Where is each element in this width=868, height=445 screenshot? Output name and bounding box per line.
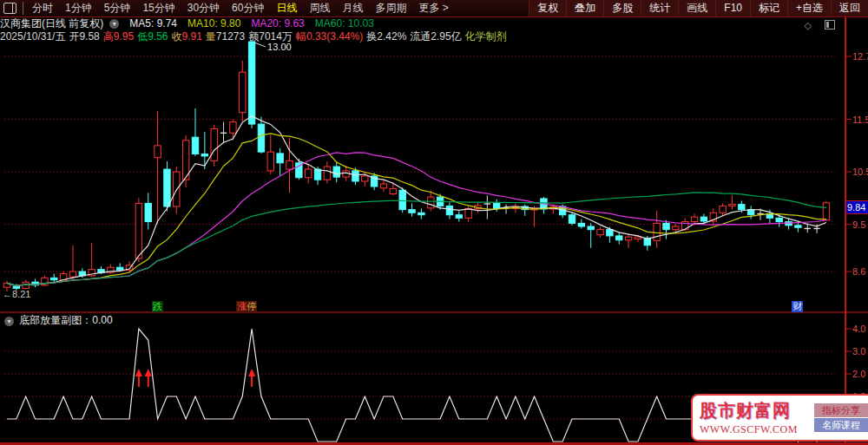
period-menu-item-1分钟[interactable]: 1分钟 [59,0,98,16]
current-price-tag: 9.84 [846,200,868,214]
tool-button-统计[interactable]: 统计 [641,0,678,16]
candle-body [258,124,264,152]
sub-indicator-value: 0.00 [92,314,112,326]
tool-button-返回[interactable]: 返回 [831,0,868,16]
candle-body [578,223,584,226]
tool-button-+自选[interactable]: +自选 [787,0,831,16]
period-menu-item-周线[interactable]: 周线 [303,0,336,16]
period-menu-item-日线[interactable]: 日线 [270,0,303,16]
candle-body [192,137,198,154]
candle-body [51,278,57,279]
tool-button-多股[interactable]: 多股 [603,0,641,16]
sub-axis-label: 2.0 [852,369,865,379]
watermark-title: 股市财富网 [700,399,814,422]
price-axis-border [845,16,846,442]
price-axis-label: 8.6 [852,266,865,277]
period-menu: 分时1分钟5分钟15分钟30分钟60分钟日线周线月线多周期更多 > [26,0,455,16]
candle-body [494,203,500,208]
candle-body [663,223,669,229]
candle-body [720,206,726,213]
watermark-url: WWW.GSCFW.COM [700,423,814,436]
buy-arrow-icon [248,369,255,376]
candle-body [739,205,745,210]
candle-body [418,213,424,214]
tool-buttons: 复权叠加多股统计画线F10标记+自选返回 [529,0,868,16]
period-menu-item-5分钟[interactable]: 5分钟 [98,0,137,16]
candle-body [823,203,829,220]
main-candlestick-chart[interactable]: 12.711.510.59.58.613.00←8.21 [0,35,868,312]
tool-button-F10[interactable]: F10 [715,0,750,16]
candle-body [306,169,312,178]
ma10-line [7,134,826,286]
candle-body [362,176,368,181]
tool-button-复权[interactable]: 复权 [529,0,566,16]
candle-body [343,171,349,177]
candle-body [673,226,679,230]
candle-body [286,160,293,169]
period-menu-item-30分钟[interactable]: 30分钟 [181,0,226,16]
tool-button-叠加[interactable]: 叠加 [566,0,603,16]
chevron-down-icon[interactable]: ▾ [4,317,14,326]
ma-legend: MA10: 9.80 [187,17,240,29]
candle-body [267,152,273,171]
candle-body [277,154,283,163]
ma-legend: MA5: 9.74 [129,17,177,29]
candle-body [607,230,613,236]
candle-body [691,217,697,221]
candle-body [428,197,434,208]
buy-arrow-icon [145,369,152,376]
candle-body [446,206,452,214]
price-axis-label: 10.5 [852,167,868,177]
candle-body [135,203,141,258]
candle-body [399,190,405,209]
period-menu-item-60分钟[interactable]: 60分钟 [226,0,270,16]
toolbar-divider [23,2,23,15]
candle-body [117,267,123,270]
candle-body [324,167,330,180]
period-menu-item-分时[interactable]: 分时 [26,0,59,16]
candle-body [729,205,735,206]
stock-header-row: 汉商集团(日线 前复权)▾MA5: 9.74MA10: 9.80MA20: 9.… [0,17,868,30]
peak-leader-line [254,43,266,47]
period-menu-item-更多 >[interactable]: 更多 > [412,0,454,16]
candle-body [314,169,320,180]
candle-body [240,72,246,113]
candle-body [409,210,415,213]
candle-body [155,146,161,158]
candle-body [625,237,631,240]
sub-indicator-label: ▾ 底部放量副图：0.00 [2,315,113,326]
tool-button-画线[interactable]: 画线 [678,0,715,16]
candle-body [352,171,358,181]
candle-body [795,226,801,227]
candle-body [211,128,217,160]
candle-body [333,167,339,177]
candle-body [230,122,236,134]
price-axis-label: 12.7 [852,51,868,62]
diamond-icon[interactable]: ◇ [804,20,814,30]
event-tag-财[interactable]: 财 [792,301,803,312]
candle-body [465,208,471,218]
panel-layout-icon[interactable] [825,20,835,29]
event-tag-跌[interactable]: 跌 [152,301,163,312]
sub-axis-label: 4.0 [852,324,865,334]
candle-body [616,236,622,240]
period-toolbar: 分时1分钟5分钟15分钟30分钟60分钟日线周线月线多周期更多 > 复权叠加多股… [0,0,868,17]
candle-body [164,169,170,206]
candle-body [700,217,707,221]
candle-body [654,223,660,240]
price-axis-label: 11.5 [852,115,868,125]
candle-body [456,215,462,219]
period-menu-item-15分钟[interactable]: 15分钟 [136,0,181,16]
period-menu-item-多周期[interactable]: 多周期 [369,0,412,16]
chevron-down-icon[interactable]: ▾ [109,19,119,29]
stock-app-window: 分时1分钟5分钟15分钟30分钟60分钟日线周线月线多周期更多 > 复权叠加多股… [0,0,868,445]
event-tag-涨停[interactable]: 涨停 [236,301,257,312]
candle-body [69,272,76,277]
candle-body [588,226,594,230]
candle-body [248,42,254,124]
tool-button-标记[interactable]: 标记 [750,0,787,16]
window-icon[interactable] [3,3,16,14]
buy-arrow-icon [135,369,142,376]
panel-separator[interactable] [0,311,868,313]
period-menu-item-月线[interactable]: 月线 [336,0,369,16]
